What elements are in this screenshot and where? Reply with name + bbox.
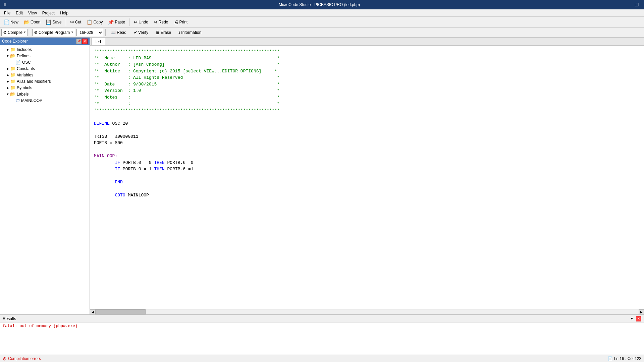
results-error-text: fatal: out of memory (pbpw.exe) [3,324,77,328]
tree-item-defines[interactable]: ▼📂Defines [0,53,90,59]
read-icon: 📖 [111,30,116,35]
print-label: Print [179,20,188,24]
information-button[interactable]: ℹInformation [175,29,204,36]
code-line: '***************************************… [94,108,280,113]
code-line: '* Date : 9/30/2015 * [94,82,280,87]
tree-item-variables[interactable]: ▶📁Variables [0,72,90,78]
maximize-button[interactable]: ☐ [632,1,641,8]
paste-button[interactable]: 📌Paste [106,18,127,26]
cut-icon: ✂ [70,19,74,25]
folder-icon: 📁 [10,79,15,84]
read-label: Read [117,30,126,35]
scroll-left-arrow[interactable]: ◀ [90,309,95,315]
tree-label: Symbols [17,85,32,90]
code-line: '***************************************… [94,49,280,54]
tree-item-osc[interactable]: 📄OSC [0,59,90,65]
code-line: '* : * [94,101,280,106]
erase-label: Erase [161,30,171,35]
tab-bar: led [90,38,644,46]
compile-button[interactable]: ⚙Compile▼ [1,29,28,36]
redo-button[interactable]: ↪Redo [151,18,171,26]
panel-header-controls: 📌 ✕ [76,39,88,44]
cut-button[interactable]: ✂Cut [68,18,84,26]
tree-item-symbols[interactable]: ▶📁Symbols [0,84,90,91]
scroll-right-arrow[interactable]: ▶ [639,309,644,315]
main-content: Code Explorer 📌 ✕ ▶📁Includes▼📂Defines📄OS… [0,38,644,314]
scroll-thumb[interactable] [95,309,146,314]
toolbar-sep-3 [66,18,66,26]
code-line: GOTO MAINLOOP [94,193,149,198]
undo-button[interactable]: ↩Undo [131,18,151,26]
compile-prog-arrow-icon: ▼ [71,31,73,34]
error-icon: ⊗ [3,356,7,361]
item-icon: 📄 [15,60,21,65]
copy-button[interactable]: 📋Copy [84,18,105,26]
app-icon: 🖥 [3,2,7,7]
compile-prog-icon: ⚙ [34,30,38,35]
code-line: IF PORTB.0 = 1 THEN PORTB.6 =1 [94,167,194,172]
menu-item-view[interactable]: View [25,10,40,16]
tree-view: ▶📁Includes▼📂Defines📄OSC▶📁Constants▶📁Vari… [0,45,90,314]
menu-item-help[interactable]: Help [57,10,71,16]
menu-bar: FileEditViewProjectHelp [0,9,644,17]
verify-icon: ✔ [134,30,137,35]
position-icon: 📄 [608,356,613,361]
open-button[interactable]: 📂Open [21,18,43,26]
read-button[interactable]: 📖Read [108,29,129,36]
compile-program-button[interactable]: ⚙Compile Program▼ [32,29,75,36]
toolbar2: ⚙Compile▼⚙Compile Program▼16F628📖Read✔Ve… [0,27,644,38]
panel-close-button[interactable]: ✕ [82,39,88,44]
menu-item-edit[interactable]: Edit [13,10,25,16]
scroll-track[interactable] [95,309,639,314]
chip-select[interactable]: 16F628 [76,29,103,36]
editor-tab-led[interactable]: led [91,38,105,45]
erase-button[interactable]: 🗑Erase [153,29,174,36]
code-line: TRISB = %00000011 [94,134,139,139]
cut-label: Cut [75,20,82,24]
print-button[interactable]: 🖨Print [171,18,190,26]
position-text: Ln 16 : Col 122 [614,356,641,361]
panel-pin-button[interactable]: 📌 [76,39,82,44]
horizontal-scrollbar[interactable]: ◀ ▶ [90,309,644,314]
toolbar2-sep-2 [105,29,106,36]
folder-icon: 📁 [10,47,15,52]
bottom-panel: Results ▼ ✕ fatal: out of memory (pbpw.e… [0,314,644,355]
paste-label: Paste [115,20,125,24]
verify-button[interactable]: ✔Verify [131,29,151,36]
tree-item-alias-and-modifiers[interactable]: ▶📁Alias and Modifiers [0,78,90,84]
information-label: Information [181,30,201,35]
print-icon: 🖨 [174,19,178,25]
undo-icon: ↩ [133,19,138,25]
menu-item-file[interactable]: File [1,10,13,16]
paste-icon: 📌 [108,19,114,25]
menu-item-project[interactable]: Project [40,10,57,16]
status-position: 📄 Ln 16 : Col 122 [608,356,641,361]
tree-expand-icon: ▶ [5,80,10,83]
open-icon: 📂 [24,19,30,25]
tree-expand-icon: ▶ [5,48,10,51]
results-dropdown-button[interactable]: ▼ [629,316,635,321]
new-button[interactable]: 📄New [1,18,21,26]
toolbar-sep-6 [129,18,129,26]
tree-item-mainloop[interactable]: 🏷MAINLOOP [0,97,90,104]
copy-label: Copy [93,20,103,24]
tree-item-includes[interactable]: ▶📁Includes [0,46,90,53]
results-title: Results [3,316,16,321]
editor-area: led '***********************************… [90,38,644,314]
save-button[interactable]: 💾Save [43,18,64,26]
label-icon: 🏷 [15,98,20,103]
code-line: DEFINE OSC 20 [94,121,128,126]
compile-prog-label: Compile Program [39,30,70,35]
code-editor[interactable]: '***************************************… [90,46,644,309]
code-line: IF PORTB.0 = 0 THEN PORTB.6 =0 [94,160,194,165]
folder-icon: 📁 [10,85,15,90]
tree-expand-icon: ▶ [5,67,10,70]
code-line: '* Notes : * [94,95,280,100]
tree-item-constants[interactable]: ▶📁Constants [0,65,90,72]
tree-item-labels[interactable]: ▼📂Labels [0,91,90,97]
code-line: MAINLOOP: [94,154,117,159]
results-close-button[interactable]: ✕ [636,316,641,321]
tree-label: Alias and Modifiers [17,79,51,84]
folder-icon: 📂 [10,53,15,58]
title-bar: 🖥 MicroCode Studio - PICBASIC PRO (led.p… [0,0,644,9]
